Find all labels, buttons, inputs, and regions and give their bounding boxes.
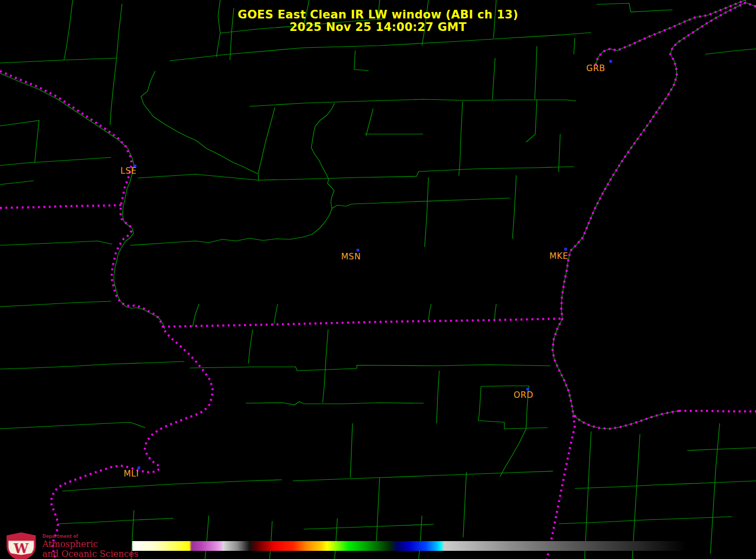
- city-label-ord: ORD: [514, 390, 533, 400]
- county-boundary-line: [249, 99, 576, 106]
- crest-monogram: W: [13, 541, 29, 556]
- city-label-lse: LSE: [120, 166, 137, 176]
- county-boundary-line: [705, 49, 756, 54]
- county-boundary-line: [437, 371, 439, 423]
- county-boundary-line: [428, 304, 431, 320]
- county-boundary-line: [478, 386, 548, 429]
- county-boundary-line: [138, 167, 574, 180]
- county-boundary-line: [304, 524, 434, 529]
- county-boundary-line: [193, 304, 199, 327]
- county-boundary-line: [419, 516, 422, 559]
- county-boundary-line: [0, 301, 111, 307]
- logo-dept-text: Department of: [42, 535, 138, 539]
- county-boundary-line: [687, 448, 756, 450]
- county-boundary-line: [574, 38, 575, 54]
- county-boundary-line: [0, 58, 117, 63]
- county-boundary-line: [141, 71, 258, 174]
- county-boundary-line: [553, 3, 756, 429]
- county-boundary-line: [559, 517, 732, 524]
- image-title: GOES East Clean IR LW window (ABI ch 13)…: [0, 9, 756, 34]
- county-boundary-line: [0, 120, 39, 163]
- state-border-dotted-line: [547, 415, 575, 559]
- county-boundary-line: [459, 101, 463, 176]
- county-boundary-line: [0, 241, 112, 245]
- county-boundary-line: [354, 50, 369, 71]
- county-boundary-line: [351, 198, 510, 204]
- county-boundary-line: [170, 33, 591, 61]
- county-boundary-line: [205, 516, 209, 559]
- city-label-grb: GRB: [586, 63, 605, 73]
- county-boundary-line: [248, 329, 253, 364]
- county-boundary-line: [0, 73, 165, 329]
- temperature-colorbar: [132, 541, 686, 551]
- city-label-msn: MSN: [341, 252, 361, 262]
- county-boundary-line: [526, 99, 537, 142]
- satellite-map-view: LSEGRBMSNMKEORDMLI GOES East Clean IR LW…: [0, 0, 756, 559]
- county-boundary-line: [0, 181, 34, 185]
- county-boundary-line: [62, 480, 282, 491]
- city-dot-msn: [357, 249, 360, 252]
- county-boundary-line: [246, 402, 424, 405]
- state-border-dotted-line: [679, 411, 756, 411]
- uw-crest-icon: W: [3, 532, 39, 559]
- county-boundary-line: [585, 431, 591, 559]
- aos-logo: W Department of Atmospheric and Oceanic …: [3, 532, 138, 559]
- title-line-1: GOES East Clean IR LW window (ABI ch 13): [0, 9, 756, 21]
- county-boundary-line: [293, 471, 553, 481]
- state-border-dotted-line: [0, 71, 213, 559]
- county-boundary-line: [323, 329, 328, 403]
- county-boundary-line: [492, 58, 495, 99]
- city-dot-grb: [610, 60, 612, 63]
- map-canvas: LSEGRBMSNMKEORDMLI: [0, 0, 756, 559]
- county-boundary-line: [463, 472, 466, 537]
- county-boundary-line: [274, 304, 278, 325]
- county-boundary-line: [425, 177, 428, 247]
- county-boundary-line: [366, 109, 373, 136]
- state-border-dotted-line: [163, 319, 562, 327]
- state-border-dotted-line: [553, 3, 756, 429]
- county-boundary-line: [190, 365, 550, 371]
- county-boundary-line: [0, 422, 145, 429]
- logo-line2-text: and Oceanic Sciences: [42, 550, 138, 558]
- title-line-2: 2025 Nov 25 14:00:27 GMT: [0, 21, 756, 34]
- county-boundary-line: [258, 107, 275, 181]
- county-boundary-line: [130, 204, 351, 245]
- county-boundary-line: [559, 134, 560, 172]
- county-boundary-line: [335, 518, 337, 559]
- county-boundary-line: [512, 175, 516, 239]
- county-boundary-line: [0, 361, 184, 369]
- city-label-mli: MLI: [124, 469, 139, 479]
- county-boundary-line: [495, 304, 496, 320]
- county-boundary-line: [575, 481, 756, 488]
- county-boundary-line: [311, 103, 335, 208]
- county-boundary-line: [376, 478, 380, 543]
- county-boundary-line: [350, 423, 353, 478]
- county-boundary-line: [0, 157, 111, 166]
- county-boundary-line: [710, 423, 720, 554]
- city-label-mke: MKE: [549, 251, 568, 261]
- county-boundary-line: [58, 518, 174, 524]
- state-border-dotted-line: [0, 205, 121, 208]
- county-boundary-line: [535, 46, 537, 99]
- logo-line1-text: Atmospheric: [42, 540, 138, 549]
- city-dot-mke: [565, 248, 567, 251]
- county-boundary-line: [632, 434, 640, 559]
- county-boundary-line: [270, 521, 272, 559]
